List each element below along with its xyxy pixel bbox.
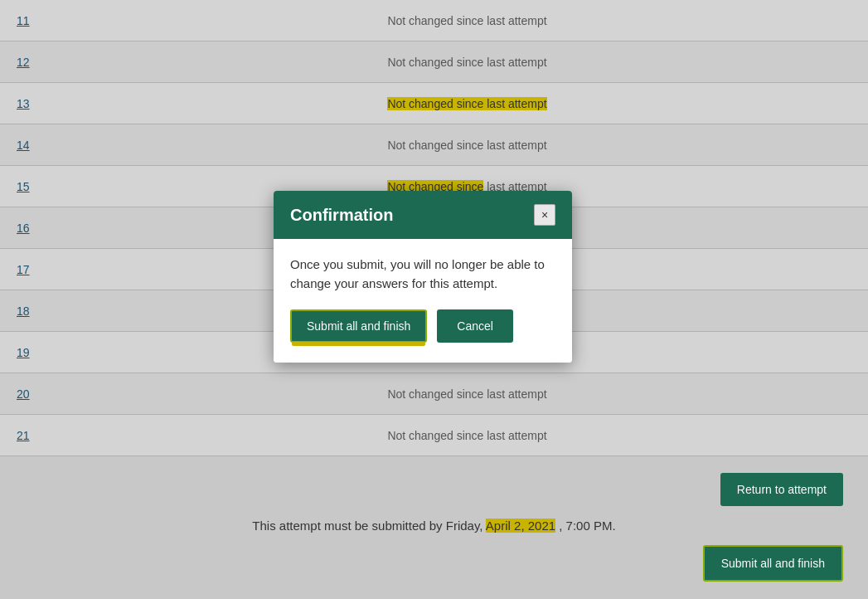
confirmation-modal: Confirmation × Once you submit, you will… [274, 191, 572, 363]
modal-header: Confirmation × [274, 191, 572, 239]
row-number[interactable]: 17 [0, 253, 66, 286]
row-status: Not changed since last attempt [66, 14, 868, 27]
table-row: 21Not changed since last attempt [0, 415, 868, 456]
row-number[interactable]: 13 [0, 87, 66, 120]
modal-body: Once you submit, you will no longer be a… [274, 239, 572, 363]
bottom-section: Return to attempt This attempt must be s… [0, 456, 868, 598]
row-number[interactable]: 15 [0, 170, 66, 203]
table-row: 20Not changed since last attempt [0, 373, 868, 415]
row-number[interactable]: 19 [0, 336, 66, 369]
modal-close-button[interactable]: × [534, 204, 555, 226]
table-row: 12Not changed since last attempt [0, 41, 868, 83]
deadline-text: This attempt must be submitted by Friday… [25, 519, 843, 533]
row-number[interactable]: 11 [0, 4, 66, 37]
row-number[interactable]: 18 [0, 295, 66, 328]
row-status: Not changed since last attempt [66, 139, 868, 152]
page-wrapper: 11Not changed since last attempt12Not ch… [0, 0, 868, 598]
table-row: 13Not changed since last attempt [0, 83, 868, 124]
row-status: Not changed since last attempt [66, 97, 868, 110]
deadline-date: April 2, 2021 [486, 519, 555, 533]
row-number[interactable]: 12 [0, 46, 66, 79]
row-status: Not changed since last attempt [66, 429, 868, 442]
table-row: 11Not changed since last attempt [0, 0, 868, 41]
row-number[interactable]: 20 [0, 377, 66, 411]
modal-body-text: Once you submit, you will no longer be a… [290, 256, 555, 293]
table-row: 14Not changed since last attempt [0, 124, 868, 166]
submit-all-finish-button-modal[interactable]: Submit all and finish [290, 309, 427, 343]
modal-title: Confirmation [290, 206, 393, 225]
row-status: Not changed since last attempt [66, 387, 868, 401]
modal-buttons: Submit all and finish Cancel [290, 309, 555, 343]
row-number[interactable]: 14 [0, 129, 66, 162]
row-number[interactable]: 21 [0, 419, 66, 452]
submit-all-finish-button-bottom[interactable]: Submit all and finish [703, 545, 843, 582]
return-to-attempt-button[interactable]: Return to attempt [720, 473, 843, 506]
row-number[interactable]: 16 [0, 212, 66, 245]
cancel-button[interactable]: Cancel [437, 309, 513, 343]
row-status: Not changed since last attempt [66, 56, 868, 69]
